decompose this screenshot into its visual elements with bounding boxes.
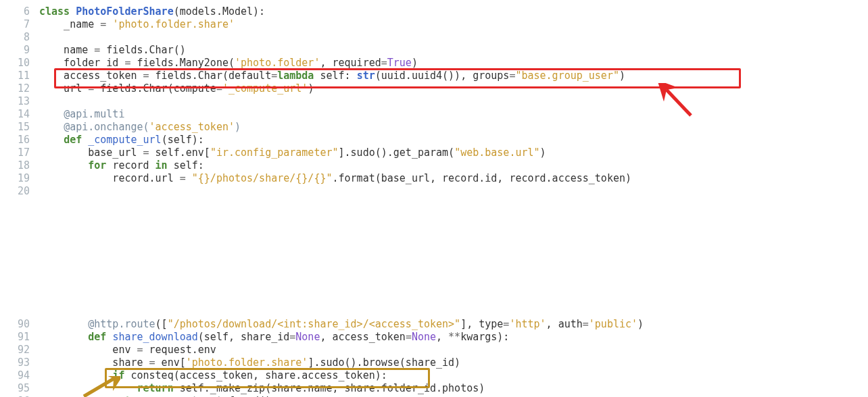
code-line: 11 access_token = fields.Char(default=la… <box>0 70 868 82</box>
code-block-2: 90 @http.route(["/photos/download/<int:s… <box>0 313 868 397</box>
code-block-1: 6class PhotoFolderShare(models.Model):7 … <box>0 0 868 265</box>
code-text: _name = 'photo.folder.share' <box>39 18 868 31</box>
code-text: for record in self: <box>39 159 868 172</box>
code-line: 93 share = env['photo.folder.share'].sud… <box>0 356 868 369</box>
line-number: 93 <box>0 356 39 369</box>
code-text: base_url = self.env["ir.config_parameter… <box>39 147 868 159</box>
line-number: 16 <box>0 134 39 147</box>
line-number: 10 <box>0 57 39 70</box>
code-line: 19 record.url = "{}/photos/share/{}/{}".… <box>0 172 868 185</box>
code-line: 13 <box>0 95 868 108</box>
code-text: @api.onchange('access_token') <box>39 121 868 134</box>
line-number: 19 <box>0 172 39 185</box>
line-number: 20 <box>0 185 39 198</box>
line-number: 7 <box>0 18 39 31</box>
line-number: 17 <box>0 147 39 159</box>
code-line: 7 _name = 'photo.folder.share' <box>0 18 868 31</box>
line-number: 9 <box>0 44 39 57</box>
code-line: 17 base_url = self.env["ir.config_parame… <box>0 147 868 159</box>
code-text: def _compute_url(self): <box>39 134 868 147</box>
code-text: record.url = "{}/photos/share/{}/{}".for… <box>39 172 868 185</box>
code-text: class PhotoFolderShare(models.Model): <box>39 5 868 18</box>
code-line: 12 url = fields.Char(compute='_compute_u… <box>0 82 868 95</box>
line-number: 18 <box>0 159 39 172</box>
code-line: 95 return self._make_zip(share.name, sha… <box>0 382 868 395</box>
code-line: 8 <box>0 31 868 44</box>
code-line: 6class PhotoFolderShare(models.Model): <box>0 5 868 18</box>
line-number: 8 <box>0 31 39 44</box>
line-number: 11 <box>0 70 39 82</box>
line-number: 90 <box>0 318 39 331</box>
code-line: 14 @api.multi <box>0 108 868 121</box>
code-line: 94 if consteq(access_token, share.access… <box>0 369 868 382</box>
code-line: 90 @http.route(["/photos/download/<int:s… <box>0 318 868 331</box>
code-line: 20 <box>0 185 868 198</box>
line-number: 91 <box>0 331 39 344</box>
line-number: 95 <box>0 382 39 395</box>
code-line: 16 def _compute_url(self): <box>0 134 868 147</box>
line-number: 92 <box>0 344 39 356</box>
code-line: 92 env = request.env <box>0 344 868 356</box>
code-text: name = fields.Char() <box>39 44 868 57</box>
code-text: url = fields.Char(compute='_compute_url'… <box>39 82 868 95</box>
code-text: def share_download(self, share_id=None, … <box>39 331 868 344</box>
code-text: @api.multi <box>39 108 868 121</box>
code-text: share = env['photo.folder.share'].sudo()… <box>39 356 868 369</box>
code-line: 18 for record in self: <box>0 159 868 172</box>
code-line: 9 name = fields.Char() <box>0 44 868 57</box>
code-text: @http.route(["/photos/download/<int:shar… <box>39 318 868 331</box>
code-line: 15 @api.onchange('access_token') <box>0 121 868 134</box>
line-number: 13 <box>0 95 39 108</box>
line-number: 94 <box>0 369 39 382</box>
code-line: 91 def share_download(self, share_id=Non… <box>0 331 868 344</box>
code-text: if consteq(access_token, share.access_to… <box>39 369 868 382</box>
code-text: folder_id = fields.Many2one('photo.folde… <box>39 57 868 70</box>
code-text: access_token = fields.Char(default=lambd… <box>39 70 868 82</box>
line-number: 6 <box>0 5 39 18</box>
line-number: 15 <box>0 121 39 134</box>
line-number: 14 <box>0 108 39 121</box>
code-text: env = request.env <box>39 344 868 356</box>
line-number: 12 <box>0 82 39 95</box>
code-line: 10 folder_id = fields.Many2one('photo.fo… <box>0 57 868 70</box>
code-text: return self._make_zip(share.name, share.… <box>39 382 868 395</box>
